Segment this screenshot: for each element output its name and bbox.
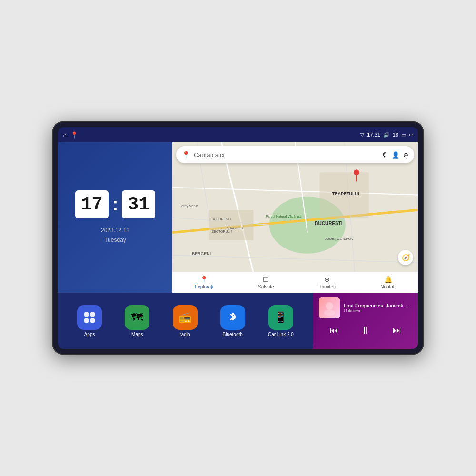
- map-background: TRAPEZULUI BUCUREȘTI JUDEȚUL ILFOV BERCE…: [172, 142, 418, 293]
- carlink-icon: 📱: [274, 311, 287, 324]
- svg-text:JUDEȚUL ILFOV: JUDEȚUL ILFOV: [325, 237, 354, 241]
- bottom-section: Apps 🗺 Maps 📻 radio: [58, 293, 418, 349]
- bluetooth-icon: [227, 311, 239, 324]
- clock-date: 2023.12.12 Tuesday: [101, 226, 129, 244]
- home-icon[interactable]: ⌂: [63, 131, 67, 139]
- main-content: 17 : 31 2023.12.12 Tuesday: [58, 142, 418, 349]
- apps-label: Apps: [84, 332, 95, 337]
- music-info: Lost Frequencies_Janieck Devy-... Unknow…: [344, 303, 412, 313]
- signal-icon: ▽: [360, 132, 364, 138]
- prev-button[interactable]: ⏮: [328, 324, 340, 337]
- news-icon: 🔔: [384, 276, 392, 283]
- svg-text:BERCENI: BERCENI: [192, 251, 211, 256]
- send-icon: ⊕: [324, 276, 330, 283]
- maps-icon: 🗺: [131, 311, 143, 324]
- music-top: Lost Frequencies_Janieck Devy-... Unknow…: [319, 298, 412, 318]
- music-title: Lost Frequencies_Janieck Devy-...: [344, 303, 412, 308]
- status-bar: ⌂ 📍 ▽ 17:31 🔊 18 ▭ ↩: [58, 127, 418, 142]
- maps-label: Maps: [131, 332, 143, 337]
- apps-icon-bg: [77, 305, 102, 330]
- svg-point-29: [326, 302, 333, 310]
- clock-colon: :: [112, 190, 119, 218]
- battery-level: 18: [393, 132, 398, 138]
- clock-display: 17 : 31: [75, 190, 155, 218]
- map-tab-send[interactable]: ⊕ Trimiteți: [319, 276, 336, 289]
- map-search-bar[interactable]: 📍 Căutați aici 🎙 👤 ⊕: [176, 146, 414, 163]
- news-label: Noutăți: [380, 284, 396, 289]
- svg-point-30: [324, 310, 335, 316]
- next-button[interactable]: ⏭: [391, 324, 403, 337]
- maps-pin-icon[interactable]: 📍: [70, 131, 78, 139]
- music-player: Lost Frequencies_Janieck Devy-... Unknow…: [313, 293, 418, 349]
- svg-text:Parcul Natural Văcărești: Parcul Natural Văcărești: [266, 215, 302, 218]
- svg-text:BUCUREȘTI: BUCUREȘTI: [212, 218, 231, 221]
- map-tab-news[interactable]: 🔔 Noutăți: [380, 276, 396, 289]
- music-artist: Unknown: [344, 308, 412, 313]
- map-bottom-bar: 📍 Explorați ☐ Salvate ⊕ Trimiteți: [172, 272, 418, 293]
- music-thumbnail: [319, 298, 340, 318]
- svg-text:Leroy Merlin: Leroy Merlin: [179, 204, 198, 208]
- status-bar-left: ⌂ 📍: [63, 131, 78, 139]
- music-controls: ⏮ ⏸ ⏭: [319, 322, 412, 338]
- compass-button[interactable]: 🧭: [398, 250, 413, 265]
- account-icon[interactable]: 👤: [392, 151, 399, 159]
- svg-rect-24: [84, 312, 89, 317]
- mic-icon[interactable]: 🎙: [382, 151, 388, 159]
- svg-rect-27: [90, 318, 95, 323]
- music-art: [319, 298, 340, 318]
- svg-rect-10: [209, 210, 253, 240]
- battery-icon: ▭: [401, 132, 406, 138]
- radio-icon: 📻: [178, 311, 191, 324]
- google-maps-logo: 📍: [182, 151, 190, 159]
- map-section[interactable]: TRAPEZULUI BUCUREȘTI JUDEȚUL ILFOV BERCE…: [172, 142, 418, 293]
- layers-icon[interactable]: ⊕: [403, 151, 408, 159]
- apps-section: Apps 🗺 Maps 📻 radio: [58, 293, 313, 349]
- apps-icon: [83, 311, 96, 324]
- screen: ⌂ 📍 ▽ 17:31 🔊 18 ▭ ↩ 17 : 31: [58, 127, 418, 349]
- clock-widget: 17 : 31 2023.12.12 Tuesday: [58, 142, 172, 293]
- bluetooth-label: Bluetooth: [223, 332, 243, 337]
- carlink-label: Car Link 2.0: [268, 332, 294, 337]
- map-search-text[interactable]: Căutați aici: [194, 151, 378, 159]
- play-pause-button[interactable]: ⏸: [358, 322, 373, 338]
- clock-minute: 31: [122, 190, 155, 218]
- status-time: 17:31: [367, 132, 380, 138]
- status-bar-right: ▽ 17:31 🔊 18 ▭ ↩: [360, 132, 413, 138]
- radio-icon-bg: 📻: [173, 305, 198, 330]
- clock-hour: 17: [75, 190, 109, 218]
- explore-icon: 📍: [200, 276, 208, 283]
- saved-label: Salvate: [258, 284, 274, 289]
- svg-text:TRAPEZULUI: TRAPEZULUI: [332, 191, 359, 196]
- device: ⌂ 📍 ▽ 17:31 🔊 18 ▭ ↩ 17 : 31: [52, 121, 424, 355]
- map-tab-explore[interactable]: 📍 Explorați: [195, 276, 213, 289]
- svg-rect-26: [84, 318, 89, 323]
- svg-text:BUCUREȘTI: BUCUREȘTI: [315, 221, 343, 226]
- svg-rect-25: [90, 312, 95, 317]
- app-item-radio[interactable]: 📻 radio: [173, 305, 198, 337]
- explore-label: Explorați: [195, 284, 213, 289]
- bluetooth-icon-bg: [220, 305, 245, 330]
- volume-icon: 🔊: [383, 132, 390, 138]
- maps-icon-bg: 🗺: [125, 305, 149, 330]
- app-item-carlink[interactable]: 📱 Car Link 2.0: [268, 305, 294, 337]
- map-search-actions: 🎙 👤 ⊕: [382, 151, 408, 159]
- top-section: 17 : 31 2023.12.12 Tuesday: [58, 142, 418, 293]
- send-label: Trimiteți: [319, 284, 336, 289]
- saved-icon: ☐: [263, 276, 269, 283]
- app-item-bluetooth[interactable]: Bluetooth: [220, 305, 245, 337]
- carlink-icon-bg: 📱: [268, 305, 293, 330]
- svg-text:SECTORUL 4: SECTORUL 4: [212, 230, 233, 233]
- map-svg: TRAPEZULUI BUCUREȘTI JUDEȚUL ILFOV BERCE…: [172, 142, 418, 293]
- back-icon[interactable]: ↩: [409, 132, 413, 138]
- map-tab-saved[interactable]: ☐ Salvate: [258, 276, 274, 289]
- radio-label: radio: [179, 332, 190, 337]
- app-item-maps[interactable]: 🗺 Maps: [125, 305, 149, 337]
- app-item-apps[interactable]: Apps: [77, 305, 102, 337]
